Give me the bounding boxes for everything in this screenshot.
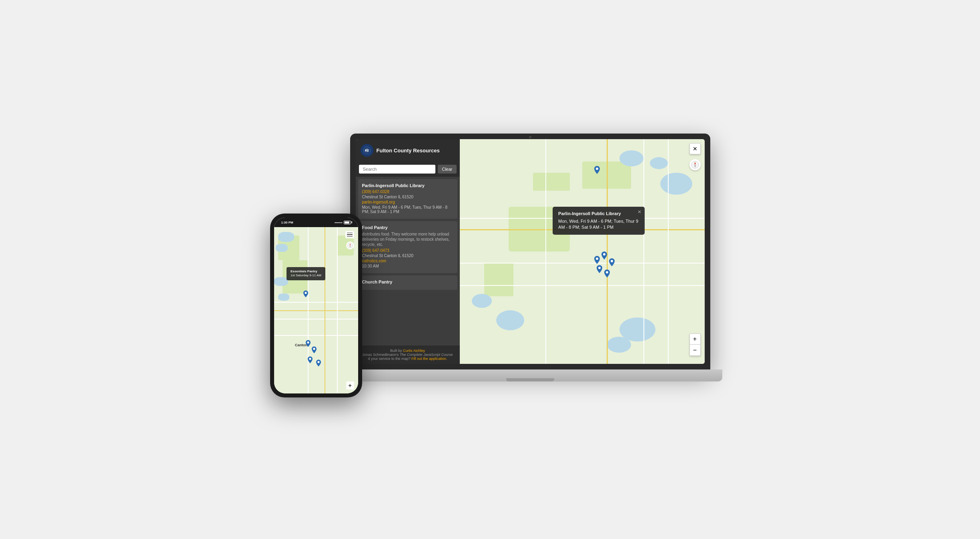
- svg-point-12: [305, 292, 307, 294]
- map-water: [472, 294, 492, 308]
- map-pin[interactable]: [597, 265, 602, 273]
- resource-website: catholics.com: [362, 259, 453, 263]
- resource-address: Chestnut St Canton IL 61520: [362, 195, 453, 199]
- app-logo-icon: FC: [361, 144, 373, 157]
- zoom-out-button[interactable]: −: [689, 345, 701, 356]
- course-author: Jonas Schmedtmann's: [363, 353, 399, 357]
- list-item[interactable]: Food Pantry distributes food. They welco…: [358, 221, 457, 273]
- laptop-camera: [529, 136, 531, 138]
- battery-fill: [345, 222, 350, 224]
- phone-map: Canton: [274, 227, 358, 393]
- close-icon: ✕: [693, 146, 697, 152]
- app-title: Fulton County Resources: [377, 148, 440, 154]
- map-road: [643, 139, 644, 364]
- phone-menu-button[interactable]: [345, 231, 354, 238]
- laptop-base: [338, 369, 722, 381]
- phone-map-road: [308, 227, 309, 393]
- svg-point-5: [603, 253, 605, 256]
- fill-out-link[interactable]: Fill out the application.: [411, 357, 447, 361]
- phone-screen: 1:30 PM •••••••: [274, 218, 358, 393]
- phone-device: 1:30 PM •••••••: [270, 214, 362, 397]
- map-pin[interactable]: [601, 252, 607, 260]
- svg-point-4: [596, 258, 598, 260]
- phone-body: 1:30 PM •••••••: [270, 214, 362, 397]
- phone-map-pin[interactable]: [308, 356, 313, 363]
- map-road: [545, 139, 546, 364]
- resource-description: distributes food. They welcome more help…: [362, 232, 453, 247]
- laptop-screen: FC Fulton County Resources Clear: [356, 139, 705, 364]
- phone-map-water: [278, 293, 289, 301]
- resource-phone: (309) 647-0328: [362, 190, 453, 194]
- list-item[interactable]: Parlin-Ingersoll Public Library (309) 64…: [358, 179, 457, 219]
- list-item[interactable]: Church Pantry: [358, 275, 457, 290]
- resource-phone: (309) 647-0473: [362, 248, 453, 253]
- map-water: [496, 310, 524, 330]
- svg-point-3: [596, 168, 598, 170]
- footer-course: Jonas Schmedtmann's The Complete JavaScr…: [359, 353, 457, 357]
- popup-title: Parlin-Ingersoll Public Library: [558, 211, 639, 217]
- map-pin[interactable]: [594, 256, 600, 264]
- search-input[interactable]: [359, 165, 436, 174]
- search-bar: Clear: [356, 162, 460, 177]
- resource-hours: Mon, Wed, Fri 9 AM - 6 PM; Tues, Thur 9 …: [362, 205, 453, 214]
- laptop-map: ✕ Parlin-Ingersoll Public Library Mon, W…: [460, 139, 705, 364]
- phone-zoom-in-button[interactable]: +: [346, 381, 354, 389]
- popup-hours: Mon, Wed, Fri 9 AM - 6 PM; Tues, Thur 9 …: [558, 218, 639, 231]
- map-road: [668, 139, 669, 364]
- laptop-sidebar: FC Fulton County Resources Clear: [356, 139, 460, 364]
- svg-point-16: [317, 361, 319, 363]
- resource-list: Parlin-Ingersoll Public Library (309) 64…: [356, 177, 460, 345]
- map-water: [660, 173, 692, 195]
- course-name: The Complete JavaScript Course: [400, 353, 453, 357]
- phone-map-road: [337, 227, 338, 393]
- resource-name: Food Pantry: [362, 225, 453, 230]
- map-green-area: [533, 173, 570, 191]
- map-zoom-controls: + −: [689, 333, 701, 356]
- scene: FC Fulton County Resources Clear: [270, 134, 710, 405]
- resource-hours: 10:30 AM: [362, 264, 453, 268]
- map-pin[interactable]: [604, 270, 610, 277]
- phone-popup-hours: 1st Saturday 9-11 AM: [291, 273, 321, 277]
- phone-map-road: [274, 319, 358, 319]
- phone-map-road: [274, 335, 358, 336]
- app-header: FC Fulton County Resources: [356, 139, 460, 162]
- phone-map-road: [274, 302, 358, 303]
- resource-name: Parlin-Ingersoll Public Library: [362, 183, 453, 188]
- signal-dots: •••••••: [335, 221, 343, 224]
- popup-close-icon[interactable]: ✕: [637, 209, 641, 216]
- phone-map-pin[interactable]: [316, 359, 321, 367]
- resource-website: parlin-ingersoll.org: [362, 200, 453, 204]
- phone-map-pin[interactable]: [303, 290, 308, 297]
- svg-point-14: [313, 348, 315, 350]
- zoom-in-button[interactable]: +: [689, 333, 701, 345]
- resource-address: Chestnut St Canton IL 61520: [362, 254, 453, 258]
- svg-point-7: [598, 267, 601, 269]
- app-footer: Built by Curtis Atchley Jonas Schmedtman…: [356, 345, 460, 364]
- phone-map-water: [278, 232, 294, 242]
- phone-notch: [304, 218, 328, 225]
- phone-time: 1:30 PM: [281, 221, 293, 224]
- map-green-area: [484, 263, 513, 296]
- add-service-text: d your service to the map?: [368, 357, 410, 361]
- svg-text:FC: FC: [365, 149, 369, 152]
- clear-button[interactable]: Clear: [438, 165, 456, 174]
- laptop-body: FC Fulton County Resources Clear: [350, 134, 710, 369]
- map-pin[interactable]: [594, 166, 600, 174]
- author-link[interactable]: Curtis Atchley: [403, 349, 425, 353]
- phone-map-pin[interactable]: [306, 340, 311, 347]
- menu-line: [347, 234, 353, 235]
- map-pin[interactable]: [609, 258, 615, 266]
- map-water: [607, 337, 631, 353]
- phone-map-road: [274, 310, 358, 311]
- phone-compass-icon[interactable]: [346, 242, 354, 250]
- battery-icon: [344, 221, 351, 224]
- phone-map-pin[interactable]: [312, 346, 317, 353]
- phone-map-water: [276, 244, 288, 252]
- phone-map-road: [325, 227, 325, 393]
- map-compass-icon[interactable]: [689, 159, 701, 170]
- map-background: ✕ Parlin-Ingersoll Public Library Mon, W…: [460, 139, 705, 364]
- phone-status-icons: •••••••: [335, 221, 351, 224]
- menu-line: [347, 236, 353, 237]
- phone-map-water: [274, 277, 288, 286]
- map-close-button[interactable]: ✕: [689, 143, 701, 154]
